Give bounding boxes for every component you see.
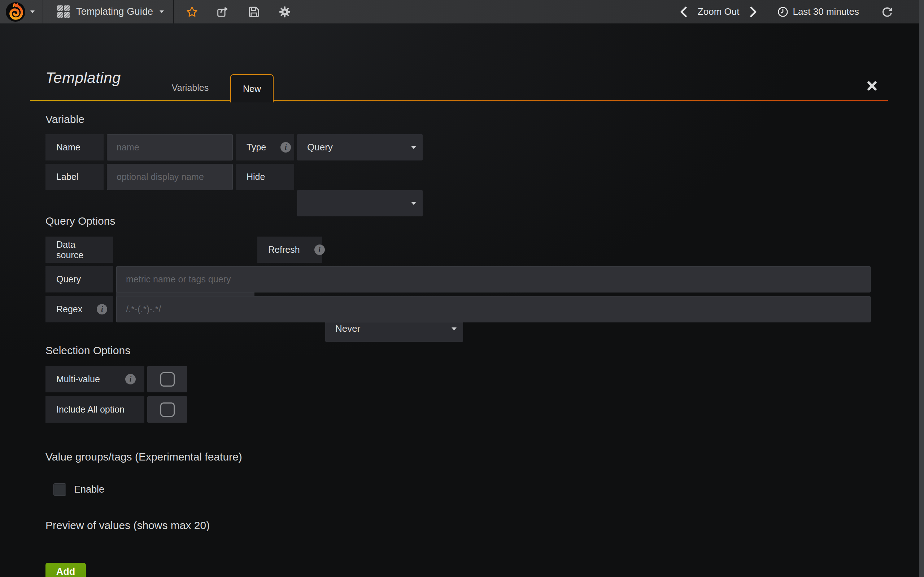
chevron-left-icon [680, 6, 688, 17]
type-label: Type i [236, 134, 294, 161]
share-icon [216, 6, 229, 18]
gear-icon [279, 6, 291, 18]
enable-row: Enable [53, 483, 104, 496]
info-icon[interactable]: i [97, 304, 107, 314]
tab-underline [30, 100, 888, 102]
hide-label: Hide [236, 164, 294, 190]
share-button[interactable] [216, 6, 229, 18]
close-button[interactable] [866, 80, 878, 92]
label-input-wrap [107, 164, 233, 190]
refresh-label: Refresh i [257, 237, 322, 263]
tab-variables[interactable]: Variables [163, 75, 217, 100]
info-icon[interactable]: i [125, 374, 136, 384]
chevron-down-icon [160, 10, 164, 13]
enable-label: Enable [74, 484, 104, 495]
save-button[interactable] [247, 6, 260, 18]
include-all-checkbox[interactable] [160, 403, 175, 417]
datasource-label: Data source [45, 237, 113, 263]
chevron-down-icon [30, 10, 35, 13]
chevron-down-icon [411, 146, 416, 149]
time-range-picker[interactable]: Last 30 minutes [777, 6, 859, 17]
multi-value-label: Multi-value i [45, 366, 144, 392]
multi-value-checkbox-cell [147, 366, 187, 392]
selection-options-heading: Selection Options [45, 344, 130, 357]
add-button[interactable]: Add [45, 563, 86, 577]
preview-heading: Preview of values (shows max 20) [45, 519, 210, 532]
grafana-menu-button[interactable] [0, 0, 43, 23]
query-input[interactable] [116, 266, 870, 292]
chevron-down-icon [452, 327, 457, 330]
grafana-dashboard-settings: Templating Guide [0, 0, 924, 577]
chevron-right-icon [749, 6, 757, 17]
name-label: Name [45, 134, 103, 161]
info-icon[interactable]: i [281, 142, 291, 153]
dashboard-title: Templating Guide [76, 6, 153, 17]
name-input-wrap [107, 134, 233, 161]
vertical-scrollbar[interactable] [919, 0, 924, 577]
page-title: Templating [45, 69, 121, 87]
value-groups-heading: Value groups/tags (Experimental feature) [45, 451, 242, 463]
star-button[interactable] [186, 6, 198, 18]
time-shift-right-button[interactable] [749, 6, 757, 17]
time-shift-left-button[interactable] [680, 6, 688, 17]
dashboard-picker[interactable]: Templating Guide [43, 0, 173, 23]
regex-input-wrap [116, 296, 871, 322]
tab-new[interactable]: New [230, 74, 274, 102]
enable-checkbox[interactable] [53, 483, 66, 496]
close-icon [866, 80, 878, 92]
include-all-label: Include All option [45, 396, 144, 423]
time-range-label: Last 30 minutes [793, 6, 859, 17]
info-icon[interactable]: i [314, 245, 325, 255]
clock-icon [777, 6, 788, 17]
label-input[interactable] [107, 164, 233, 190]
dashboard-grid-icon [57, 5, 69, 18]
name-input[interactable] [107, 134, 233, 160]
grafana-logo-icon [6, 2, 25, 22]
multi-value-checkbox[interactable] [160, 372, 175, 387]
query-options-heading: Query Options [45, 215, 115, 227]
chevron-down-icon [411, 202, 416, 205]
refresh-icon [881, 6, 893, 18]
refresh-button[interactable] [881, 6, 893, 18]
star-icon [186, 6, 198, 18]
navbar: Templating Guide [0, 0, 924, 23]
query-label: Query [45, 266, 113, 292]
variable-heading: Variable [45, 113, 84, 126]
label-label: Label [45, 164, 103, 190]
query-input-wrap [116, 266, 871, 292]
hide-select[interactable] [297, 190, 423, 216]
regex-input[interactable] [116, 297, 870, 322]
type-select[interactable]: Query [297, 134, 423, 161]
zoom-out-button[interactable]: Zoom Out [698, 6, 740, 17]
settings-button[interactable] [279, 6, 291, 18]
save-icon [247, 6, 260, 18]
regex-label: Regex i [45, 296, 113, 322]
include-all-checkbox-cell [147, 396, 187, 423]
